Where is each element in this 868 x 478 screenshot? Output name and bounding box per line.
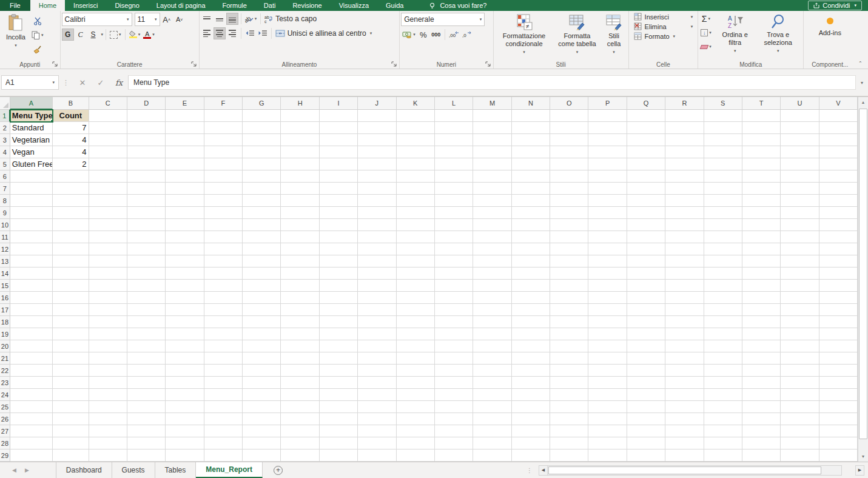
- cell-V8[interactable]: [819, 195, 858, 207]
- cell-A16[interactable]: [10, 292, 53, 304]
- cell-Q23[interactable]: [627, 377, 665, 389]
- cell-F16[interactable]: [204, 292, 243, 304]
- tab-dati[interactable]: Dati: [255, 0, 284, 11]
- cell-P26[interactable]: [588, 413, 627, 425]
- cell-Q4[interactable]: [627, 146, 665, 158]
- cell-K16[interactable]: [397, 292, 435, 304]
- cell-T9[interactable]: [742, 207, 781, 219]
- cell-I17[interactable]: [320, 304, 358, 316]
- cell-C6[interactable]: [89, 170, 127, 183]
- cell-I1[interactable]: [320, 110, 358, 122]
- cell-T6[interactable]: [742, 170, 781, 183]
- cell-N9[interactable]: [512, 207, 550, 219]
- cell-F15[interactable]: [204, 280, 243, 292]
- cell-Q12[interactable]: [627, 243, 665, 255]
- cell-D28[interactable]: [127, 437, 166, 449]
- cell-T7[interactable]: [742, 183, 781, 195]
- cell-L12[interactable]: [435, 243, 473, 255]
- cell-P9[interactable]: [588, 207, 627, 219]
- cell-L10[interactable]: [435, 219, 473, 231]
- cell-T18[interactable]: [742, 316, 781, 328]
- cell-I28[interactable]: [320, 437, 358, 449]
- cell-E9[interactable]: [166, 207, 204, 219]
- cell-K27[interactable]: [397, 425, 435, 437]
- cell-Q20[interactable]: [627, 340, 665, 352]
- cell-D3[interactable]: [127, 134, 166, 146]
- cell-G23[interactable]: [243, 377, 281, 389]
- cell-O21[interactable]: [550, 352, 588, 365]
- cell-styles-button[interactable]: Stili cella ▾: [601, 13, 627, 59]
- cell-M17[interactable]: [473, 304, 511, 316]
- cell-V15[interactable]: [819, 280, 858, 292]
- cell-O7[interactable]: [550, 183, 588, 195]
- cell-H10[interactable]: [281, 219, 319, 231]
- cell-E13[interactable]: [166, 255, 204, 268]
- cell-B8[interactable]: [53, 195, 89, 207]
- cell-P22[interactable]: [588, 365, 627, 377]
- cell-A17[interactable]: [10, 304, 53, 316]
- cell-R18[interactable]: [665, 316, 704, 328]
- cell-O25[interactable]: [550, 401, 588, 413]
- cell-S4[interactable]: [704, 146, 742, 158]
- expand-formula-bar-button[interactable]: ▾: [856, 80, 868, 86]
- column-header-V[interactable]: V: [819, 97, 858, 110]
- cell-J11[interactable]: [358, 231, 396, 243]
- cell-K13[interactable]: [397, 255, 435, 268]
- cell-K28[interactable]: [397, 437, 435, 449]
- cell-Q7[interactable]: [627, 183, 665, 195]
- row-header-29[interactable]: 29: [0, 449, 10, 462]
- cell-N11[interactable]: [512, 231, 550, 243]
- cell-S7[interactable]: [704, 183, 742, 195]
- cell-O9[interactable]: [550, 207, 588, 219]
- cell-J12[interactable]: [358, 243, 396, 255]
- cell-U18[interactable]: [781, 316, 819, 328]
- cell-U6[interactable]: [781, 170, 819, 183]
- cell-Q1[interactable]: [627, 110, 665, 122]
- cell-Q19[interactable]: [627, 328, 665, 340]
- cell-L13[interactable]: [435, 255, 473, 268]
- row-header-12[interactable]: 12: [0, 243, 10, 255]
- cell-U11[interactable]: [781, 231, 819, 243]
- comma-style-button[interactable]: 000: [430, 29, 442, 41]
- cell-C23[interactable]: [89, 377, 127, 389]
- orientation-button[interactable]: ab ▾: [244, 13, 258, 25]
- cell-G17[interactable]: [243, 304, 281, 316]
- cell-G6[interactable]: [243, 170, 281, 183]
- cell-I19[interactable]: [320, 328, 358, 340]
- cell-J9[interactable]: [358, 207, 396, 219]
- cell-P21[interactable]: [588, 352, 627, 365]
- cell-Q16[interactable]: [627, 292, 665, 304]
- cell-N15[interactable]: [512, 280, 550, 292]
- cell-G24[interactable]: [243, 389, 281, 401]
- cell-G10[interactable]: [243, 219, 281, 231]
- cell-L23[interactable]: [435, 377, 473, 389]
- cell-M18[interactable]: [473, 316, 511, 328]
- cell-E18[interactable]: [166, 316, 204, 328]
- cell-T12[interactable]: [742, 243, 781, 255]
- cell-S17[interactable]: [704, 304, 742, 316]
- cell-U25[interactable]: [781, 401, 819, 413]
- cell-Q18[interactable]: [627, 316, 665, 328]
- cell-B5[interactable]: 2: [53, 158, 89, 170]
- cell-V4[interactable]: [819, 146, 858, 158]
- cell-H19[interactable]: [281, 328, 319, 340]
- cell-S21[interactable]: [704, 352, 742, 365]
- cell-V26[interactable]: [819, 413, 858, 425]
- cell-P13[interactable]: [588, 255, 627, 268]
- cell-C4[interactable]: [89, 146, 127, 158]
- cell-J17[interactable]: [358, 304, 396, 316]
- cell-J27[interactable]: [358, 425, 396, 437]
- cell-A24[interactable]: [10, 389, 53, 401]
- cell-T1[interactable]: [742, 110, 781, 122]
- column-header-N[interactable]: N: [512, 97, 550, 110]
- cell-D11[interactable]: [127, 231, 166, 243]
- cell-V24[interactable]: [819, 389, 858, 401]
- cell-E21[interactable]: [166, 352, 204, 365]
- cell-R6[interactable]: [665, 170, 704, 183]
- cell-M24[interactable]: [473, 389, 511, 401]
- cell-E1[interactable]: [166, 110, 204, 122]
- cell-B2[interactable]: 7: [53, 122, 89, 134]
- fill-color-button[interactable]: ▾: [128, 29, 142, 41]
- cell-C28[interactable]: [89, 437, 127, 449]
- cell-I5[interactable]: [320, 158, 358, 170]
